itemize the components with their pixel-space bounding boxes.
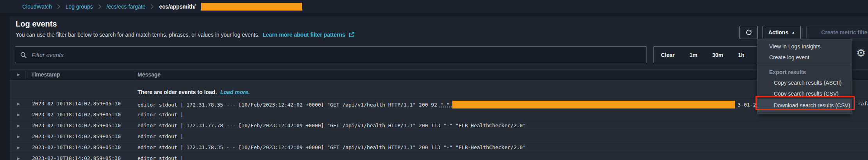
menu-item[interactable]: Create log event xyxy=(757,52,852,63)
actions-button[interactable]: Actions ▲ xyxy=(763,26,801,39)
log-message-fragment: rafar xyxy=(858,101,868,107)
log-message: editor stdout | xyxy=(138,155,183,160)
cloudwatch-log-events-page: CloudWatchLog groups/ecs/ecs-fargateecs/… xyxy=(0,0,868,160)
column-header-message: Message xyxy=(138,71,161,78)
actions-button-label: Actions xyxy=(768,29,788,36)
redaction-bar xyxy=(452,101,735,108)
older-events-row: There are older events to load. Load mor… xyxy=(10,80,868,98)
page-description-text: You can use the filter bar below to sear… xyxy=(16,32,259,38)
filter-events-input[interactable] xyxy=(31,51,642,59)
actions-menu: View in Logs InsightsCreate log eventExp… xyxy=(757,39,852,114)
log-table-header: ▶ Timestamp Message xyxy=(10,69,868,80)
page-description: You can use the filter bar below to sear… xyxy=(16,32,355,38)
log-message: editor stdout | xyxy=(138,133,183,139)
breadcrumb-link[interactable]: /ecs/ecs-fargate xyxy=(107,4,146,10)
column-divider xyxy=(25,71,25,78)
chevron-right-icon xyxy=(98,4,102,9)
time-range-1m[interactable]: 1m xyxy=(682,47,705,63)
column-header-timestamp: Timestamp xyxy=(31,71,60,78)
filter-events-field[interactable] xyxy=(15,46,647,63)
learn-more-link[interactable]: Learn more about filter patterns xyxy=(263,32,345,38)
older-events-text: There are older events to load. Load mor… xyxy=(138,89,250,95)
table-row[interactable]: ▶2023-02-10T18:14:02.859+05:30editor std… xyxy=(10,109,868,120)
expand-all-arrow-icon[interactable]: ▶ xyxy=(17,73,20,76)
table-row[interactable]: ▶2023-02-10T18:14:02.859+05:30editor std… xyxy=(10,131,868,142)
expand-arrow-icon[interactable]: ▶ xyxy=(17,113,20,117)
log-timestamp: 2023-02-10T18:14:02.859+05:30 xyxy=(32,123,121,128)
external-link-icon xyxy=(349,32,355,37)
menu-item[interactable]: Download search results (CSV) xyxy=(757,99,852,112)
breadcrumb-link[interactable]: Log groups xyxy=(66,4,93,10)
breadcrumb: CloudWatchLog groups/ecs/ecs-fargateecs/… xyxy=(0,0,868,13)
load-more-link[interactable]: Load more. xyxy=(220,89,250,95)
redaction-bar xyxy=(201,3,302,11)
time-range-30m[interactable]: 30m xyxy=(705,47,730,63)
column-divider xyxy=(135,71,135,78)
log-rows: There are older events to load. Load mor… xyxy=(10,80,868,160)
refresh-icon xyxy=(745,29,752,36)
time-range-clear[interactable]: Clear xyxy=(654,47,682,63)
breadcrumb-current: ecs/appsmith/ xyxy=(159,4,195,10)
create-metric-filter-button[interactable]: Create metric filter xyxy=(806,26,868,39)
log-timestamp: 2023-02-10T18:14:02.859+05:30 xyxy=(32,101,121,107)
log-message: editor stdout | 172.31.78.35 - - [10/Feb… xyxy=(138,144,526,150)
menu-divider xyxy=(757,65,852,65)
log-message: editor stdout | 172.31.78.35 - - [10/Feb… xyxy=(138,101,768,108)
table-row[interactable]: ▶2023-02-10T18:14:02.859+05:30editor std… xyxy=(10,142,868,153)
chevron-right-icon xyxy=(150,4,154,9)
expand-arrow-icon[interactable]: ▶ xyxy=(17,146,20,149)
expand-arrow-icon[interactable]: ▶ xyxy=(17,135,20,139)
table-row[interactable]: ▶2023-02-10T18:14:02.859+05:30rafaredito… xyxy=(10,98,868,109)
log-timestamp: 2023-02-10T18:14:02.859+05:30 xyxy=(32,155,121,160)
table-row[interactable]: ▶2023-02-10T18:14:02.859+05:30editor std… xyxy=(10,120,868,131)
refresh-button[interactable] xyxy=(739,26,758,39)
chevron-right-icon xyxy=(57,4,61,9)
search-icon xyxy=(20,52,27,59)
menu-section-label: Export results xyxy=(757,67,852,77)
page-title: Log events xyxy=(16,20,57,28)
log-message: editor stdout | xyxy=(138,112,183,117)
menu-item[interactable]: Copy search results (ASCII) xyxy=(757,77,852,88)
time-range-1h[interactable]: 1h xyxy=(730,47,752,63)
menu-item[interactable]: View in Logs Insights xyxy=(757,41,852,52)
expand-arrow-icon[interactable]: ▶ xyxy=(17,102,20,106)
caret-up-icon: ▲ xyxy=(791,31,795,34)
log-timestamp: 2023-02-10T18:14:02.859+05:30 xyxy=(32,112,121,117)
expand-arrow-icon[interactable]: ▶ xyxy=(17,156,20,160)
older-events-label: There are older events to load. xyxy=(138,89,217,95)
log-timestamp: 2023-02-10T18:14:02.859+05:30 xyxy=(32,133,121,139)
gear-icon[interactable]: ⚙ xyxy=(856,47,866,59)
expand-arrow-icon[interactable]: ▶ xyxy=(17,124,20,128)
log-message: editor stdout | 172.31.77.78 - - [10/Feb… xyxy=(138,123,526,128)
breadcrumb-link[interactable]: CloudWatch xyxy=(22,4,52,10)
table-row[interactable]: ▶2023-02-10T18:14:02.859+05:30editor std… xyxy=(10,153,868,160)
menu-item[interactable]: Copy search results (CSV) xyxy=(757,88,852,99)
log-timestamp: 2023-02-10T18:14:02.859+05:30 xyxy=(32,144,121,150)
